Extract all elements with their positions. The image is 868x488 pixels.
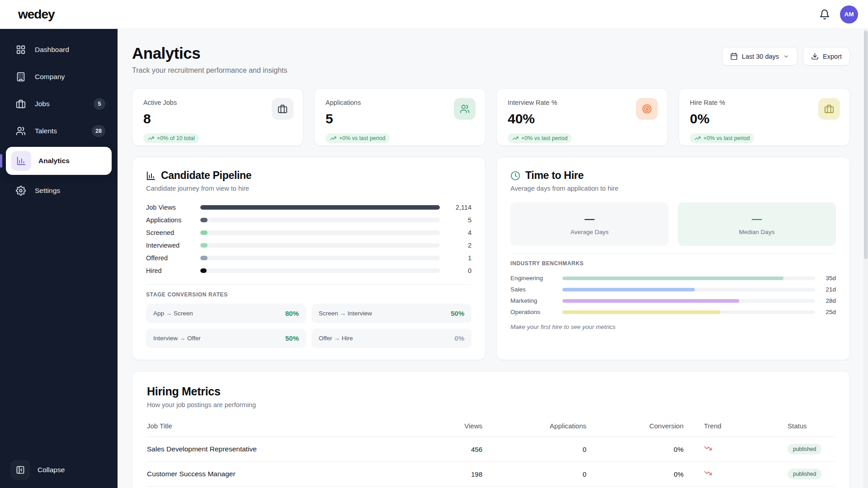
page-title: Analytics	[132, 44, 288, 62]
benchmark-bar-track	[562, 310, 815, 314]
pipeline-stage-applications: Applications 5	[146, 214, 472, 226]
pipeline-stages: Job Views 2,114 Applications 5	[146, 201, 472, 277]
col-job-title: Job Title	[147, 422, 415, 430]
benchmarks-heading: INDUSTRY BENCHMARKS	[510, 260, 836, 267]
stage-bar-fill	[200, 268, 207, 273]
table-row-customer-success-manager[interactable]: Customer Success Manager 198 0 0% publis…	[147, 462, 835, 487]
pipeline-stage-screened: Screened 4	[146, 226, 472, 239]
average-days-box: — Average Days	[510, 202, 669, 246]
col-status: Status	[749, 422, 835, 430]
briefcase-icon	[272, 98, 293, 120]
stage-bar-fill	[200, 256, 208, 260]
dashboard-icon	[16, 45, 26, 55]
gear-icon	[16, 186, 26, 196]
stat-trend-badge: +0% vs last period	[508, 133, 572, 143]
bar-chart-icon	[146, 171, 156, 181]
stage-bar-track	[200, 268, 440, 273]
sidebar-badge: 28	[92, 125, 105, 137]
benchmark-bar-fill	[562, 288, 695, 291]
trending-up-icon	[330, 135, 336, 141]
candidate-pipeline-card: Candidate Pipeline Candidate journey fro…	[132, 157, 486, 360]
pipeline-stage-interviewed: Interviewed 2	[146, 239, 472, 252]
stat-cards: Active Jobs 8 +0% of 10 total Applicatio…	[132, 88, 850, 146]
divider	[146, 284, 472, 285]
target-icon	[636, 98, 658, 120]
stat-card-interview-rate: Interview Rate % 40% +0% vs last period	[496, 88, 668, 146]
sidebar-item-talents[interactable]: Talents 28	[6, 120, 112, 142]
benchmark-row-engineering: Engineering 35d	[510, 272, 836, 284]
stage-bar-track	[200, 218, 440, 222]
benchmark-bar-track	[562, 288, 815, 291]
stage-bar-track	[200, 205, 440, 210]
sidebar-item-jobs[interactable]: Jobs 5	[6, 93, 112, 115]
table-header: Job Title Views Applications Conversion …	[147, 420, 835, 437]
trending-up-icon	[512, 135, 519, 141]
benchmark-bar-fill	[562, 277, 783, 280]
users-icon	[16, 126, 26, 136]
col-conversion: Conversion	[586, 422, 684, 430]
time-to-hire-card: Time to Hire Average days from applicati…	[496, 157, 850, 360]
panel-collapse-icon	[10, 460, 30, 480]
status-badge: published	[788, 444, 821, 455]
user-avatar[interactable]: AM	[840, 5, 858, 23]
conversion-rates-heading: STAGE CONVERSION RATES	[146, 291, 472, 298]
notifications-button[interactable]	[819, 9, 830, 20]
stat-value: 5	[326, 111, 474, 127]
col-applications: Applications	[482, 422, 586, 430]
industry-benchmarks: Engineering 35d Sales 21d	[510, 272, 836, 318]
pipeline-stage-offered: Offered 1	[146, 252, 472, 264]
stat-value: 0%	[690, 111, 839, 127]
sidebar-item-company[interactable]: Company	[6, 66, 112, 88]
page-subtitle: Track your recruitment performance and i…	[132, 66, 288, 75]
stat-value: 40%	[508, 111, 656, 127]
briefcase-icon	[16, 99, 26, 109]
benchmark-bar-track	[562, 277, 815, 280]
calendar-icon	[730, 52, 738, 60]
sidebar-item-analytics[interactable]: Analytics	[6, 147, 112, 175]
col-trend: Trend	[684, 422, 749, 430]
stat-trend-badge: +0% vs last period	[690, 133, 754, 143]
chevron-down-icon	[783, 53, 789, 60]
benchmark-row-sales: Sales 21d	[510, 284, 836, 295]
benchmark-bar-fill	[562, 310, 720, 314]
conversion-pill-app-screen: App → Screen 80%	[146, 304, 306, 323]
benchmarks-note: Make your first hire to see your metrics	[510, 324, 836, 330]
trending-down-icon	[704, 469, 712, 477]
median-days-value: —	[752, 213, 762, 225]
stat-value: 8	[143, 111, 292, 127]
date-range-button[interactable]: Last 30 days	[722, 47, 797, 66]
stage-bar-track	[200, 230, 440, 235]
scrollbar-thumb[interactable]	[864, 31, 868, 259]
stage-bar-fill	[200, 243, 208, 248]
clock-icon	[510, 171, 520, 181]
median-days-box: — Median Days	[678, 202, 836, 246]
stat-card-active-jobs: Active Jobs 8 +0% of 10 total	[132, 88, 303, 146]
building-icon	[16, 72, 26, 82]
benchmark-row-marketing: Marketing 28d	[510, 295, 836, 306]
stat-trend-badge: +0% of 10 total	[143, 133, 199, 143]
hiring-metrics-card: Hiring Metrics How your job postings are…	[132, 371, 850, 488]
conversion-pill-offer-hire: Offer → Hire 0%	[311, 328, 472, 348]
stage-bar-fill	[200, 205, 440, 210]
sidebar-item-dashboard[interactable]: Dashboard	[6, 38, 112, 61]
main-content: Analytics Track your recruitment perform…	[118, 0, 868, 488]
sidebar: Dashboard Company Jobs 5 Talents 28 Anal…	[0, 29, 118, 488]
stat-card-applications: Applications 5 +0% vs last period	[314, 88, 486, 146]
table-row-sales-development-representative[interactable]: Sales Development Representative 456 0 0…	[147, 437, 835, 462]
sidebar-item-settings[interactable]: Settings	[6, 179, 112, 202]
scrollbar[interactable]	[863, 29, 868, 488]
status-badge: published	[788, 469, 821, 479]
briefcase-icon	[818, 98, 840, 120]
stage-bar-fill	[200, 230, 208, 235]
pipeline-stage-job-views: Job Views 2,114	[146, 201, 472, 214]
stat-card-hire-rate: Hire Rate % 0% +0% vs last period	[679, 88, 850, 146]
trending-up-icon	[148, 135, 154, 141]
conversion-rates: App → Screen 80% Screen → Interview 50% …	[146, 304, 472, 348]
stage-bar-track	[200, 256, 440, 260]
collapse-sidebar-button[interactable]: Collapse	[6, 460, 112, 480]
topbar: wedey AM	[0, 0, 868, 29]
export-button[interactable]: Export	[803, 47, 850, 66]
benchmark-row-operations: Operations 25d	[510, 306, 836, 318]
conversion-pill-screen-interview: Screen → Interview 50%	[311, 304, 472, 323]
users-icon	[454, 98, 476, 120]
